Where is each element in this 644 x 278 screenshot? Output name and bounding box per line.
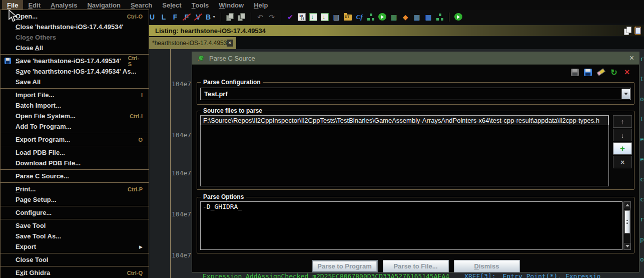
- menu-item-import-file[interactable]: Import File...I: [1, 90, 149, 100]
- menu-item-save-hearthstone-ios-17-4-49534[interactable]: Save 'hearthstone-iOS-17.4.49534'Ctrl-S: [1, 56, 149, 66]
- menu-item-load-pdb-file[interactable]: Load PDB File...: [1, 147, 149, 158]
- menubar-item-navigation[interactable]: Navigation: [82, 0, 125, 10]
- parse-options-label: Parse Options: [201, 193, 246, 200]
- dismiss-button[interactable]: Dismiss: [454, 260, 520, 272]
- scroll-thumb[interactable]: [624, 210, 630, 233]
- menu-item-add-to-program[interactable]: Add To Program...: [1, 121, 149, 132]
- menu-item-save-tool-as[interactable]: Save Tool As...: [1, 231, 149, 241]
- menu-item-close-others[interactable]: Close Others: [1, 32, 149, 43]
- source-file-row[interactable]: F:\Source\Repos\Il2CppInspector\Il2CppTe…: [201, 116, 608, 125]
- menu-item-page-setup[interactable]: Page Setup...: [1, 194, 149, 205]
- source-files-list[interactable]: F:\Source\Repos\Il2CppInspector\Il2CppTe…: [200, 115, 609, 186]
- remove-file-button[interactable]: ×: [613, 156, 632, 168]
- menu-item-save-all[interactable]: Save All: [1, 77, 149, 87]
- import-data2-icon[interactable]: [321, 13, 329, 21]
- program-tab-label: *hearthstone-iOS-17.4.49534: [152, 40, 227, 47]
- memory-table-icon[interactable]: ▤: [332, 13, 340, 22]
- menu-item-parse-c-source[interactable]: Parse C Source...: [1, 171, 149, 181]
- table-export-icon[interactable]: ▦: [424, 13, 432, 22]
- clear-profile-icon[interactable]: [596, 68, 605, 76]
- options-scrollbar[interactable]: [623, 201, 631, 250]
- bookmark-diamond-icon[interactable]: ◆: [401, 13, 409, 22]
- dialog-titlebar[interactable]: Parse C Source ×: [192, 52, 639, 65]
- menubar-item-window[interactable]: Window: [214, 0, 249, 10]
- dialog-buttons: Parse to ProgramParse to File...Dismiss: [192, 260, 639, 272]
- page-forward-icon[interactable]: [238, 13, 246, 21]
- listing-header[interactable]: Listing: hearthstone-iOS-17.4.49534: [148, 25, 644, 36]
- table-view-icon[interactable]: ▦: [413, 13, 421, 22]
- page-back-icon[interactable]: [226, 13, 234, 21]
- refresh-profile-icon[interactable]: ↻: [610, 68, 618, 77]
- tab-close-icon[interactable]: ×: [227, 40, 233, 47]
- menu-item-batch-import[interactable]: Batch Import...: [1, 100, 149, 111]
- file-menu-group: Import File...IBatch Import...Open File …: [0, 88, 149, 133]
- program-tab[interactable]: *hearthstone-iOS-17.4.49534 ×: [149, 37, 236, 49]
- menubar-item-select[interactable]: Select: [157, 0, 186, 10]
- parse-options-area: -D_GHIDRA_: [200, 201, 631, 250]
- undo-icon[interactable]: ↶: [256, 13, 264, 22]
- file-menu: Open...Ctrl-OClose 'hearthstone-iOS-17.4…: [0, 10, 149, 278]
- memory-chip-icon[interactable]: ▦: [390, 13, 398, 22]
- delete-profile-icon[interactable]: ×: [623, 68, 631, 77]
- paste-icon[interactable]: [634, 27, 641, 35]
- move-down-button[interactable]: ↓: [613, 129, 632, 141]
- scroll-down-icon[interactable]: [624, 243, 630, 249]
- menubar-item-tools[interactable]: Tools: [187, 0, 214, 10]
- parse-to-file-button[interactable]: Parse to File...: [383, 260, 449, 272]
- format-label-icon[interactable]: L: [160, 13, 168, 22]
- format-variable-off-icon[interactable]: V: [194, 13, 202, 22]
- function-tree-icon[interactable]: [367, 13, 375, 21]
- move-up-button[interactable]: ↑: [613, 115, 632, 128]
- listing-fragment: e: [640, 149, 644, 169]
- save-profile-icon[interactable]: [571, 69, 579, 76]
- menubar-item-edit[interactable]: Edit: [23, 0, 46, 10]
- format-function-off-icon[interactable]: F: [183, 13, 191, 22]
- call-tree-icon[interactable]: [436, 13, 444, 21]
- menu-item-export-program[interactable]: Export Program...O: [1, 134, 149, 145]
- menu-item-open[interactable]: Open...Ctrl-O: [1, 11, 149, 22]
- listing-fragment: t: [640, 69, 644, 89]
- menubar-item-analysis[interactable]: Analysis: [46, 0, 82, 10]
- scroll-up-icon[interactable]: [624, 202, 630, 208]
- dialog-close-icon[interactable]: ×: [629, 55, 634, 62]
- menu-item-export[interactable]: Export▶: [1, 241, 149, 252]
- copy-icon[interactable]: [623, 27, 631, 35]
- menu-item-save-tool[interactable]: Save Tool: [1, 220, 149, 231]
- menu-item-configure[interactable]: Configure...: [1, 207, 149, 218]
- parse-to-program-button[interactable]: Parse to Program: [312, 260, 378, 272]
- ghidra-codebrowser: FileEditAnalysisNavigationSearchSelectTo…: [0, 0, 644, 278]
- menu-item-label: Save Tool As...: [16, 232, 61, 240]
- parse-options-input[interactable]: -D_GHIDRA_: [200, 201, 622, 250]
- redo-icon[interactable]: ↷: [268, 13, 276, 22]
- add-file-button[interactable]: +: [613, 142, 632, 155]
- c-source-flow-icon[interactable]: Cf: [355, 13, 363, 22]
- listing-address: 104e7: [172, 131, 191, 139]
- tab-row: *hearthstone-iOS-17.4.49534 ×: [148, 37, 644, 49]
- validate-check-icon[interactable]: ✔: [286, 13, 294, 22]
- dropdown-arrow-icon[interactable]: ▼: [212, 15, 216, 19]
- data-type-manager-icon[interactable]: [344, 15, 352, 21]
- binary-view-icon[interactable]: [298, 13, 306, 21]
- file-menu-group: Configure...: [0, 206, 149, 219]
- menu-item-download-pdb-file[interactable]: Download PDB File...: [1, 158, 149, 168]
- menu-item-print[interactable]: Print...Ctrl-P: [1, 184, 149, 194]
- combo-dropdown-icon[interactable]: [621, 89, 630, 99]
- menu-item-save-hearthstone-ios-17-4-49534-as[interactable]: Save 'hearthstone-iOS-17.4.49534' As...: [1, 66, 149, 77]
- run-script-icon[interactable]: [378, 13, 386, 21]
- file-menu-group: Save 'hearthstone-iOS-17.4.49534'Ctrl-SS…: [0, 54, 149, 89]
- decompiler-play-icon[interactable]: [454, 13, 462, 21]
- menu-item-open-file-system[interactable]: Open File System...Ctrl-I: [1, 111, 149, 121]
- menubar-item-search[interactable]: Search: [126, 0, 157, 10]
- format-bytes-icon[interactable]: B▼: [206, 13, 216, 22]
- menu-item-exit-ghidra[interactable]: Exit GhidraCtrl-Q: [1, 267, 149, 278]
- save-profile-as-icon[interactable]: [584, 69, 592, 76]
- format-underline-icon[interactable]: U: [148, 13, 156, 22]
- menu-item-close-hearthstone-ios-17-4-49534[interactable]: Close 'hearthstone-iOS-17.4.49534': [1, 22, 149, 32]
- format-function-icon[interactable]: F: [171, 13, 179, 22]
- import-data-icon[interactable]: [309, 13, 317, 21]
- menu-item-close-all[interactable]: Close All: [1, 43, 149, 53]
- menubar-item-help[interactable]: Help: [249, 0, 273, 10]
- menubar-item-file[interactable]: File: [2, 0, 23, 10]
- parse-configuration-combo[interactable]: Test.prf: [200, 88, 631, 100]
- menu-item-close-tool[interactable]: Close Tool: [1, 254, 149, 265]
